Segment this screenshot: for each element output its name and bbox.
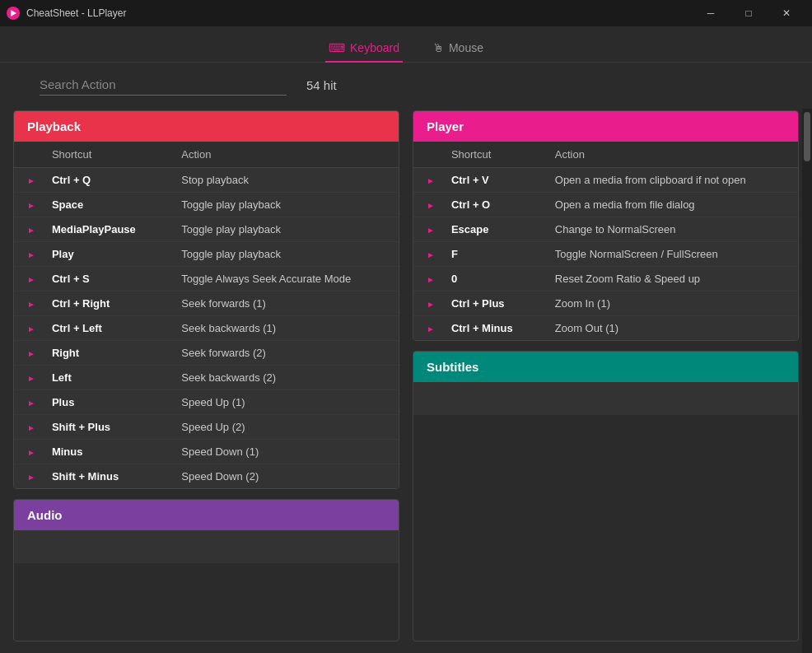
action-cell: Zoom Out (1) xyxy=(542,316,798,341)
table-row: ► Ctrl + V Open a media from clipboard i… xyxy=(413,168,798,193)
keyboard-icon: ⌨ xyxy=(329,41,345,54)
action-cell: Zoom In (1) xyxy=(542,292,798,316)
row-play-icon: ► xyxy=(14,292,39,316)
shortcut-cell: Space xyxy=(39,193,168,217)
tab-keyboard[interactable]: ⌨ Keyboard xyxy=(325,35,403,63)
shortcut-cell: Ctrl + Plus xyxy=(438,292,542,316)
subtitles-header: Subtitles xyxy=(413,352,798,382)
action-cell: Reset Zoom Ratio & Speed up xyxy=(542,267,798,292)
table-row: ► Shift + Plus Speed Up (2) xyxy=(14,415,399,440)
action-cell: Speed Down (2) xyxy=(168,464,399,489)
action-cell: Speed Up (1) xyxy=(168,390,399,415)
row-play-icon: ► xyxy=(14,168,39,193)
action-cell: Change to NormalScreen xyxy=(542,217,798,242)
row-play-icon: ► xyxy=(14,415,39,440)
left-panel: Playback Shortcut Action ► xyxy=(13,110,399,641)
action-cell: Open a media from file dialog xyxy=(542,193,798,217)
shortcut-cell: Ctrl + Left xyxy=(39,316,168,341)
action-cell: Toggle play playback xyxy=(168,217,399,242)
scrollbar[interactable] xyxy=(802,109,812,653)
row-play-icon: ► xyxy=(14,366,39,390)
tab-keyboard-label: Keyboard xyxy=(350,41,399,54)
table-row: ► Shift + Minus Speed Down (2) xyxy=(14,464,399,489)
shortcut-cell: Ctrl + Right xyxy=(39,292,168,316)
playback-header: Playback xyxy=(14,111,399,142)
shortcut-cell: Play xyxy=(39,242,168,267)
player-col-shortcut: Shortcut xyxy=(438,142,542,168)
minimize-button[interactable]: ─ xyxy=(692,0,730,26)
window-title: CheatSheet - LLPlayer xyxy=(26,7,126,19)
app-icon xyxy=(7,7,20,20)
table-row: ► Right Seek forwards (2) xyxy=(14,341,399,366)
row-play-icon: ► xyxy=(14,316,39,341)
shortcut-cell: Ctrl + Q xyxy=(39,168,168,193)
tabbar: ⌨ Keyboard 🖱 Mouse xyxy=(0,26,812,63)
row-play-icon: ► xyxy=(14,193,39,217)
table-row: ► Ctrl + Q Stop playback xyxy=(14,168,399,193)
tab-mouse-label: Mouse xyxy=(449,41,483,54)
hit-count: 54 hit xyxy=(306,78,337,92)
playback-section: Playback Shortcut Action ► xyxy=(13,110,399,489)
close-button[interactable]: ✕ xyxy=(768,0,805,26)
row-play-icon: ► xyxy=(413,242,438,267)
shortcut-cell: Shift + Minus xyxy=(39,464,168,489)
mouse-icon: 🖱 xyxy=(432,41,444,54)
table-row: ► Ctrl + Minus Zoom Out (1) xyxy=(413,316,798,341)
row-play-icon: ► xyxy=(413,193,438,217)
table-row: ► Minus Speed Down (1) xyxy=(14,440,399,464)
main-content: Playback Shortcut Action ► xyxy=(0,104,812,648)
right-panel: Player Shortcut Action ► xyxy=(413,110,799,641)
table-row: ► Ctrl + Plus Zoom In (1) xyxy=(413,292,798,316)
shortcut-cell: Left xyxy=(39,366,168,390)
action-cell: Seek forwards (1) xyxy=(168,292,399,316)
row-play-icon: ► xyxy=(413,292,438,316)
search-input[interactable] xyxy=(40,74,287,96)
playback-body: Shortcut Action ► Ctrl + Q Stop playback… xyxy=(14,142,399,488)
table-row: ► Left Seek backwards (2) xyxy=(14,366,399,390)
titlebar-left: CheatSheet - LLPlayer xyxy=(7,7,126,20)
table-row: ► F Toggle NormalScreen / FullScreen xyxy=(413,242,798,267)
scroll-thumb[interactable] xyxy=(804,112,810,161)
table-row: ► Ctrl + Right Seek forwards (1) xyxy=(14,292,399,316)
playback-col-action: Action xyxy=(168,142,399,168)
titlebar: CheatSheet - LLPlayer ─ □ ✕ xyxy=(0,0,812,26)
svg-marker-0 xyxy=(11,10,16,16)
player-col-action: Action xyxy=(542,142,798,168)
player-header: Player xyxy=(413,111,798,142)
row-play-icon: ► xyxy=(14,217,39,242)
audio-body xyxy=(14,530,399,563)
action-cell: Open a media from clipboard if not open xyxy=(542,168,798,193)
action-cell: Seek backwards (2) xyxy=(168,366,399,390)
row-play-icon: ► xyxy=(413,168,438,193)
table-row: ► Plus Speed Up (1) xyxy=(14,390,399,415)
action-cell: Seek forwards (2) xyxy=(168,341,399,366)
audio-header: Audio xyxy=(14,500,399,530)
shortcut-cell: 0 xyxy=(438,267,542,292)
action-cell: Speed Up (2) xyxy=(168,415,399,440)
table-row: ► Ctrl + S Toggle Always Seek Accurate M… xyxy=(14,267,399,292)
shortcut-cell: Escape xyxy=(438,217,542,242)
action-cell: Stop playback xyxy=(168,168,399,193)
shortcut-cell: Plus xyxy=(39,390,168,415)
action-cell: Toggle NormalScreen / FullScreen xyxy=(542,242,798,267)
row-play-icon: ► xyxy=(14,267,39,292)
action-cell: Toggle play playback xyxy=(168,193,399,217)
table-row: ► MediaPlayPause Toggle play playback xyxy=(14,217,399,242)
action-cell: Toggle play playback xyxy=(168,242,399,267)
panels: Playback Shortcut Action ► xyxy=(13,110,799,641)
action-cell: Speed Down (1) xyxy=(168,440,399,464)
tab-mouse[interactable]: 🖱 Mouse xyxy=(429,35,487,63)
shortcut-cell: F xyxy=(438,242,542,267)
subtitles-section: Subtitles xyxy=(413,351,799,641)
row-play-icon: ► xyxy=(14,390,39,415)
maximize-button[interactable]: □ xyxy=(730,0,768,26)
player-col-icon xyxy=(413,142,438,168)
player-section: Player Shortcut Action ► xyxy=(413,110,799,341)
shortcut-cell: Minus xyxy=(39,440,168,464)
row-play-icon: ► xyxy=(413,316,438,341)
subtitles-body xyxy=(413,382,798,415)
shortcut-cell: Ctrl + V xyxy=(438,168,542,193)
table-row: ► Space Toggle play playback xyxy=(14,193,399,217)
table-row: ► Ctrl + O Open a media from file dialog xyxy=(413,193,798,217)
row-play-icon: ► xyxy=(413,267,438,292)
